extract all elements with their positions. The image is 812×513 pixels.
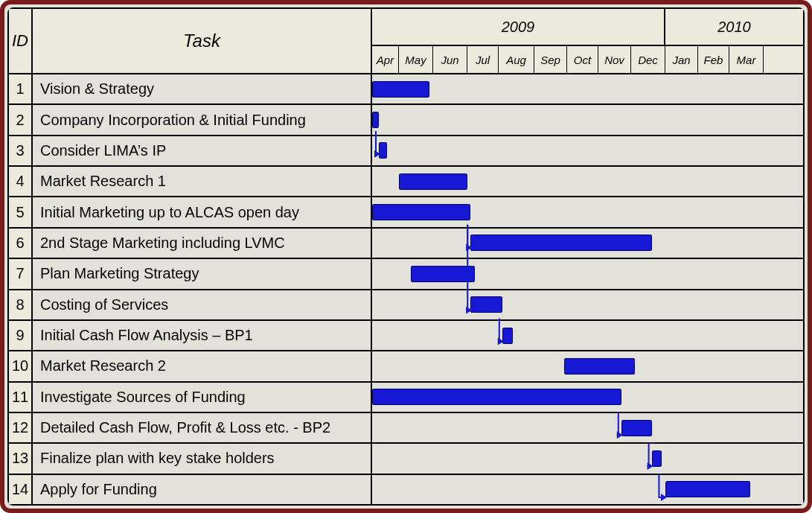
task-name: Plan Marketing Strategy (33, 259, 372, 288)
task-id: 2 (9, 105, 33, 134)
task-id: 8 (9, 290, 33, 319)
month-label: May (399, 46, 433, 73)
table-row: 13Finalize plan with key stake holders (9, 444, 803, 474)
month-label: Nov (598, 46, 631, 73)
task-id: 10 (9, 351, 33, 380)
header-timeline: 20092010 AprMayJunJulAugSepOctNovDecJanF… (372, 9, 803, 73)
table-row: 2Company Incorporation & Initial Funding (9, 105, 803, 136)
month-label: Oct (567, 46, 598, 73)
gantt-cell (372, 259, 803, 288)
task-id: 7 (9, 259, 33, 288)
gantt-bar (379, 142, 387, 159)
year-label: 2009 (372, 9, 665, 45)
header-row: ID Task 20092010 AprMayJunJulAugSepOctNo… (9, 9, 803, 74)
month-label: Sep (534, 46, 567, 73)
month-label: Feb (698, 46, 729, 73)
task-id: 6 (9, 229, 33, 258)
gantt-cell (372, 197, 803, 226)
task-id: 11 (9, 383, 33, 412)
gantt-cell (372, 383, 803, 412)
task-name: Vision & Strategy (33, 74, 372, 103)
table-row: 1Vision & Strategy (9, 74, 803, 105)
month-label: Dec (631, 46, 665, 73)
task-id: 4 (9, 167, 33, 196)
table-row: 14Apply for Funding (9, 475, 803, 504)
task-name: Market Research 1 (33, 167, 372, 196)
gantt-chart: ID Task 20092010 AprMayJunJulAugSepOctNo… (7, 7, 805, 506)
gantt-bar (399, 173, 467, 190)
gantt-bar (470, 235, 651, 251)
gantt-bar (372, 389, 621, 405)
table-row: 62nd Stage Marketing including LVMC (9, 229, 803, 259)
table-row: 10Market Research 2 (9, 351, 803, 382)
task-name: Company Incorporation & Initial Funding (33, 105, 372, 134)
table-row: 9Initial Cash Flow Analysis – BP1 (9, 321, 803, 351)
gantt-cell (372, 351, 803, 380)
table-row: 3Consider LIMA’s IP (9, 136, 803, 167)
task-id: 3 (9, 136, 33, 165)
task-name: Costing of Services (33, 290, 372, 319)
month-label: Jan (665, 46, 698, 73)
task-name: Market Research 2 (33, 351, 372, 380)
gantt-bar (470, 296, 502, 313)
task-id: 9 (9, 321, 33, 350)
table-row: 4Market Research 1 (9, 167, 803, 197)
gantt-bar (564, 358, 635, 375)
gantt-cell (372, 167, 803, 196)
gantt-chart-frame: ID Task 20092010 AprMayJunJulAugSepOctNo… (0, 0, 812, 513)
month-label (764, 46, 803, 73)
table-row: 11Investigate Sources of Funding (9, 383, 803, 413)
task-name: Apply for Funding (33, 475, 372, 504)
task-name: Investigate Sources of Funding (33, 383, 372, 412)
table-row: 5Initial Marketing up to ALCAS open day (9, 197, 803, 228)
gantt-bar (372, 112, 379, 128)
gantt-cell (372, 475, 803, 504)
month-label: Aug (499, 46, 534, 73)
header-task: Task (33, 9, 372, 73)
month-label: Apr (372, 46, 399, 73)
task-name: Consider LIMA’s IP (33, 136, 372, 165)
gantt-cell (372, 321, 803, 350)
month-label: Jun (433, 46, 467, 73)
gantt-bar (411, 266, 475, 282)
task-name: Finalize plan with key stake holders (33, 444, 372, 473)
task-name: 2nd Stage Marketing including LVMC (33, 229, 372, 258)
month-label: Mar (729, 46, 764, 73)
task-rows: 1Vision & Strategy2Company Incorporation… (9, 74, 803, 504)
gantt-cell (372, 105, 803, 134)
gantt-cell (372, 136, 803, 165)
gantt-cell (372, 444, 803, 473)
month-label: Jul (467, 46, 499, 73)
year-label: 2010 (665, 9, 803, 45)
gantt-cell (372, 229, 803, 258)
header-id: ID (9, 9, 33, 73)
header-months: AprMayJunJulAugSepOctNovDecJanFebMar (372, 46, 803, 73)
task-id: 14 (9, 475, 33, 504)
header-years: 20092010 (372, 9, 803, 46)
task-name: Detailed Cash Flow, Profit & Loss etc. -… (33, 413, 372, 442)
task-name: Initial Cash Flow Analysis – BP1 (33, 321, 372, 350)
gantt-cell (372, 413, 803, 442)
gantt-cell (372, 290, 803, 319)
task-name: Initial Marketing up to ALCAS open day (33, 197, 372, 226)
task-id: 12 (9, 413, 33, 442)
task-id: 1 (9, 74, 33, 103)
gantt-bar (372, 204, 470, 220)
task-id: 5 (9, 197, 33, 226)
table-row: 12Detailed Cash Flow, Profit & Loss etc.… (9, 413, 803, 444)
gantt-bar (621, 420, 652, 436)
gantt-bar (665, 481, 750, 497)
gantt-bar (652, 450, 662, 467)
gantt-cell (372, 74, 803, 103)
table-row: 7Plan Marketing Strategy (9, 259, 803, 290)
table-row: 8Costing of Services (9, 290, 803, 321)
gantt-bar (372, 81, 429, 98)
gantt-bar (502, 328, 513, 344)
task-id: 13 (9, 444, 33, 473)
